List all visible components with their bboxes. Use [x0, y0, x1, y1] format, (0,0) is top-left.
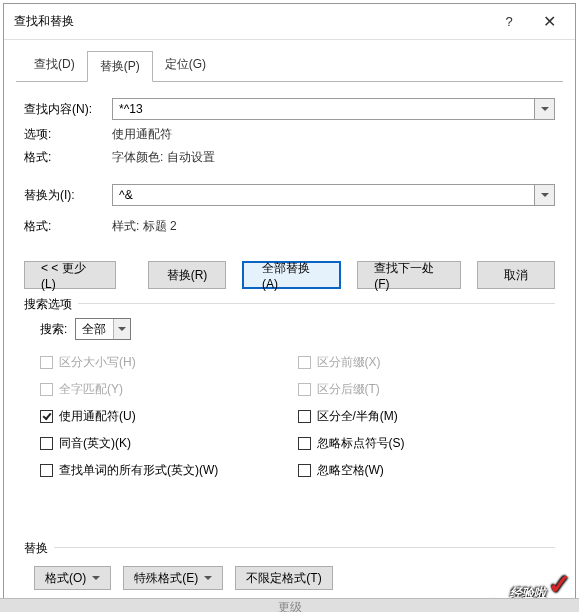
- find-next-button[interactable]: 查找下一处(F): [357, 261, 461, 289]
- tab-goto[interactable]: 定位(G): [153, 50, 218, 81]
- no-format-button[interactable]: 不限定格式(T): [235, 566, 332, 590]
- replace-button[interactable]: 替换(R): [148, 261, 226, 289]
- search-options-group: 搜索选项 搜索: 全部 区分大小写(H) 全字匹配(Y) 使用通配符(U) 同音…: [24, 303, 555, 495]
- replace-all-button[interactable]: 全部替换(A): [242, 261, 341, 289]
- help-icon[interactable]: ?: [489, 14, 529, 29]
- checkbox-whole-word: 全字匹配(Y): [34, 381, 292, 398]
- tab-find[interactable]: 查找(D): [22, 50, 87, 81]
- replace-input[interactable]: [112, 184, 535, 206]
- background-cell: 更级: [0, 598, 579, 612]
- search-options-legend: 搜索选项: [24, 296, 78, 313]
- replace-legend: 替换: [24, 540, 54, 557]
- chevron-down-icon: [113, 319, 130, 339]
- checkbox-sounds-like[interactable]: 同音(英文)(K): [34, 435, 292, 452]
- tabs: 查找(D) 替换(P) 定位(G): [4, 40, 575, 81]
- find-combo: [112, 98, 555, 120]
- action-buttons: < < 更少(L) 替换(R) 全部替换(A) 查找下一处(F) 取消: [24, 261, 555, 289]
- find-dropdown-icon[interactable]: [535, 98, 555, 120]
- replace-format-value: 样式: 标题 2: [112, 218, 177, 235]
- search-direction-select[interactable]: 全部: [75, 318, 131, 340]
- options-left-column: 区分大小写(H) 全字匹配(Y) 使用通配符(U) 同音(英文)(K) 查找单词…: [34, 354, 292, 489]
- search-direction-label: 搜索:: [40, 321, 67, 338]
- find-label: 查找内容(N):: [24, 101, 112, 118]
- chevron-down-icon: [204, 576, 212, 580]
- checkmark-icon: ✓: [548, 571, 571, 599]
- format-menu-button[interactable]: 格式(O): [34, 566, 111, 590]
- find-input[interactable]: [112, 98, 535, 120]
- checkbox-prefix: 区分前缀(X): [292, 354, 550, 371]
- replace-combo: [112, 184, 555, 206]
- dialog-content: 查找内容(N): 选项: 使用通配符 格式: 字体颜色: 自动设置 替换为(I)…: [4, 82, 575, 604]
- less-button[interactable]: < < 更少(L): [24, 261, 116, 289]
- options-value: 使用通配符: [112, 126, 172, 143]
- close-icon[interactable]: ✕: [529, 12, 569, 31]
- chevron-down-icon: [92, 576, 100, 580]
- titlebar: 查找和替换 ? ✕: [4, 4, 575, 40]
- checkbox-suffix: 区分后缀(T): [292, 381, 550, 398]
- tab-replace[interactable]: 替换(P): [87, 51, 153, 82]
- find-format-value: 字体颜色: 自动设置: [112, 149, 215, 166]
- checkbox-match-case: 区分大小写(H): [34, 354, 292, 371]
- checkbox-word-forms[interactable]: 查找单词的所有形式(英文)(W): [34, 462, 292, 479]
- find-format-label: 格式:: [24, 149, 112, 166]
- replace-label: 替换为(I):: [24, 187, 112, 204]
- checkbox-ignore-space[interactable]: 忽略空格(W): [292, 462, 550, 479]
- replace-dropdown-icon[interactable]: [535, 184, 555, 206]
- dialog-title: 查找和替换: [14, 13, 74, 30]
- find-replace-dialog: 查找和替换 ? ✕ 查找(D) 替换(P) 定位(G) 查找内容(N): 选项:…: [3, 3, 576, 608]
- checkbox-ignore-punct[interactable]: 忽略标点符号(S): [292, 435, 550, 452]
- options-right-column: 区分前缀(X) 区分后缀(T) 区分全/半角(M) 忽略标点符号(S) 忽略空格…: [292, 354, 550, 489]
- options-label: 选项:: [24, 126, 112, 143]
- replace-group: 替换 格式(O) 特殊格式(E) 不限定格式(T): [24, 547, 555, 596]
- special-menu-button[interactable]: 特殊格式(E): [123, 566, 223, 590]
- replace-format-label: 格式:: [24, 218, 112, 235]
- checkbox-wildcards[interactable]: 使用通配符(U): [34, 408, 292, 425]
- cancel-button[interactable]: 取消: [477, 261, 555, 289]
- checkbox-width[interactable]: 区分全/半角(M): [292, 408, 550, 425]
